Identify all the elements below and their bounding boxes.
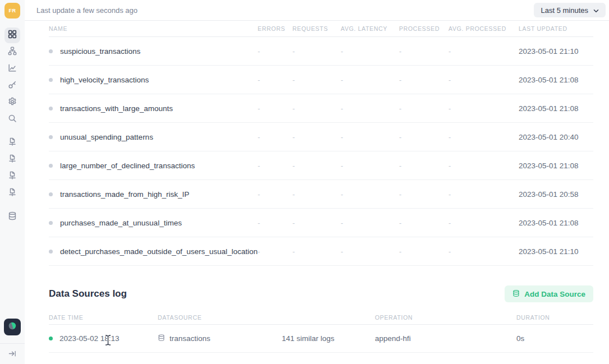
avg-latency-value: - [341,104,399,113]
errors-value: - [258,162,292,170]
sidebar-item-api-keys[interactable] [4,78,20,94]
processed-value: - [399,76,448,84]
data-source-doc-icon [8,137,17,149]
column-header-requests: REQUESTS [292,25,341,32]
rules-table-header: NAME ERRORS REQUESTS AVG. LATENCY PROCES… [49,21,593,37]
chevron-down-icon [593,6,599,15]
last-updated-value: 2023-05-01 21:08 [519,104,593,113]
avg-processed-value: - [448,104,519,113]
datasources-table-header: DATE TIME DATASOURCE OPERATION DURATION [49,311,593,325]
sidebar-item-datasource-2[interactable] [4,152,20,168]
status-dot [49,135,53,139]
status-dot [49,78,53,82]
errors-value: - [258,247,292,256]
sidebar-item-search[interactable] [4,112,20,127]
table-row[interactable]: purchases_made_at_unusual_times - - - - … [49,209,593,237]
requests-value: - [292,162,341,170]
requests-value: - [292,247,341,256]
avg-latency-value: - [341,219,399,227]
avg-processed-value: - [448,76,519,84]
status-dot-green [49,337,53,340]
time-range-dropdown[interactable]: Last 5 minutes [534,3,606,17]
main-area: Last update a few seconds ago Last 5 min… [25,0,609,364]
database-icon [512,289,520,299]
grid-icon [8,30,17,41]
status-dot [49,192,53,196]
rule-name: purchases_made_at_unusual_times [60,219,182,227]
table-row[interactable]: unusual_spending_patterns - - - - - 2023… [49,123,593,151]
errors-value: - [258,47,292,56]
status-dot [49,250,53,254]
page-title: Data Sources log [49,288,127,300]
rule-name: transactions_made_from_high_risk_IP [60,190,189,199]
sidebar-item-dashboard[interactable] [4,27,20,43]
sidebar-item-datasource-4[interactable] [4,186,20,201]
avg-processed-value: - [448,47,519,56]
processed-value: - [399,104,448,113]
column-header-avg-latency: AVG. LATENCY [341,25,399,32]
sidebar-item-pipelines[interactable] [4,44,20,60]
avg-latency-value: - [341,133,399,141]
last-updated-value: 2023-05-01 21:08 [519,162,593,170]
table-row[interactable]: transactions_with_large_amounts - - - - … [49,94,593,123]
collapse-arrow-icon [8,349,17,360]
avg-processed-value: - [448,162,519,170]
table-row[interactable]: high_velocity_transactions - - - - - 202… [49,66,593,94]
avatar[interactable]: FR [4,3,20,19]
status-dot [49,164,53,168]
collapse-sidebar-button[interactable] [4,347,20,362]
column-header-operation: OPERATION [375,314,516,321]
gear-icon [8,97,17,108]
column-header-name: NAME [49,25,258,32]
status-dot [49,49,53,53]
last-updated-value: 2023-05-01 21:08 [519,76,593,84]
log-date-time: 2023-05-02 18:13 [59,334,120,343]
last-update-status: Last update a few seconds ago [36,6,138,15]
processed-value: - [399,162,448,170]
column-header-last-updated: LAST UPDATED [519,25,593,32]
database-icon [8,211,17,223]
table-row[interactable]: transactions_made_from_high_risk_IP - - … [49,180,593,209]
errors-value: - [258,76,292,84]
data-source-doc-icon [8,188,17,199]
requests-value: - [292,76,341,84]
line-chart-icon [8,63,17,75]
table-row[interactable]: detect_purchases_made_outside_of_users_u… [49,237,593,266]
log-row[interactable]: 2023-05-02 18:13 transactions 141 simila… [49,325,593,353]
table-row[interactable]: suspicious_transactions - - - - - 2023-0… [49,37,593,66]
rule-name: transactions_with_large_amounts [60,104,173,113]
avg-processed-value: - [448,219,519,227]
add-data-source-button[interactable]: Add Data Source [505,285,593,302]
processed-value: - [399,47,448,56]
column-header-processed: PROCESSED [399,25,448,32]
table-row[interactable]: large_number_of_declined_transactions - … [49,151,593,180]
pie-icon [8,321,17,333]
avg-latency-value: - [341,247,399,256]
sidebar-item-settings[interactable] [4,95,20,110]
column-header-datasource: DATASOURCE [158,314,282,321]
avg-processed-value: - [448,247,519,256]
last-updated-value: 2023-05-01 20:58 [519,190,593,199]
data-source-doc-icon [8,171,17,182]
requests-value: - [292,133,341,141]
last-updated-value: 2023-05-01 20:40 [519,133,593,141]
column-header-duration: DURATION [516,314,593,321]
sidebar-item-metrics[interactable] [4,61,20,77]
sidebar: FR [0,0,25,364]
status-dot [49,107,53,110]
data-source-doc-icon [8,154,17,165]
column-header-avg-processed: AVG. PROCESSED [448,25,519,32]
log-operation: append-hfi [375,334,516,343]
log-datasource: transactions [170,334,210,343]
column-header-date-time: DATE TIME [49,314,158,321]
sidebar-item-datasource-3[interactable] [4,169,20,185]
requests-value: - [292,104,341,113]
log-similar-count: 141 similar logs [282,334,375,343]
last-updated-value: 2023-05-01 21:10 [519,47,593,56]
sidebar-item-database[interactable] [4,209,20,225]
requests-value: - [292,190,341,199]
add-data-source-label: Add Data Source [524,290,585,298]
requests-value: - [292,219,341,227]
theme-toggle[interactable] [4,319,21,335]
sidebar-item-datasource-1[interactable] [4,135,20,151]
